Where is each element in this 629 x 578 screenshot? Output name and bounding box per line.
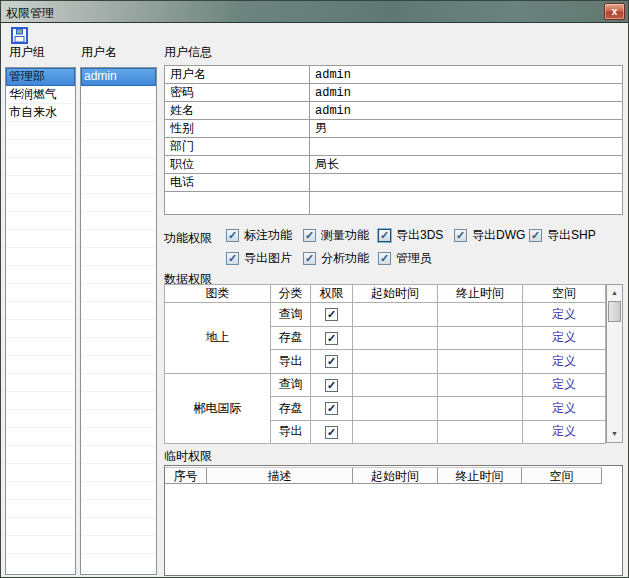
start-time-cell[interactable] — [353, 420, 438, 444]
list-item-group[interactable]: 管理部 — [6, 68, 75, 86]
info-label: 用户名 — [165, 66, 310, 84]
column-header[interactable]: 空间 — [523, 285, 606, 303]
info-value[interactable]: admin — [310, 84, 623, 102]
define-link[interactable]: 定义 — [552, 424, 576, 438]
scroll-down-icon[interactable]: ▼ — [607, 428, 622, 440]
permission-manager-window: 权限管理 x 用户组 用户名 用户信息 管理部 华润燃气 市自来水 admin … — [0, 0, 629, 578]
column-header[interactable]: 描述 — [207, 467, 353, 484]
data-perm-grid: 图类 分类 权限 起始时间 终止时间 空间 地上 查询 ✓ 定义 存盘 ✓ 定义 — [164, 284, 606, 444]
category-cell: 导出 — [271, 350, 311, 374]
category-cell: 存盘 — [271, 397, 311, 421]
checkbox-label: 导出3DS — [396, 227, 443, 244]
user-info-label: 用户信息 — [164, 44, 212, 61]
end-time-cell[interactable] — [438, 373, 523, 397]
checkbox-item[interactable]: ✓ 分析功能 — [303, 250, 378, 267]
column-header[interactable]: 分类 — [271, 285, 311, 303]
titlebar[interactable]: 权限管理 x — [1, 1, 628, 23]
column-header[interactable]: 序号 — [165, 467, 207, 484]
start-time-cell[interactable] — [353, 303, 438, 327]
column-header[interactable]: 起始时间 — [353, 467, 438, 484]
define-link[interactable]: 定义 — [552, 377, 576, 391]
info-value[interactable]: admin — [310, 102, 623, 120]
info-value[interactable] — [310, 138, 623, 156]
table-row: 姓名 admin — [165, 102, 623, 120]
end-time-cell[interactable] — [438, 303, 523, 327]
end-time-cell[interactable] — [438, 420, 523, 444]
checkbox-label: 导出图片 — [244, 250, 292, 267]
permission-checkbox[interactable]: ✓ — [325, 402, 338, 415]
permission-checkbox[interactable]: ✓ — [325, 355, 338, 368]
table-row: 密码 admin — [165, 84, 623, 102]
table-row: 职位 局长 — [165, 156, 623, 174]
end-time-cell[interactable] — [438, 397, 523, 421]
column-header[interactable]: 终止时间 — [438, 285, 523, 303]
vertical-scrollbar[interactable]: ▲ ▼ — [606, 284, 623, 443]
define-link[interactable]: 定义 — [552, 401, 576, 415]
info-label: 职位 — [165, 156, 310, 174]
define-link[interactable]: 定义 — [552, 330, 576, 344]
close-button[interactable]: x — [604, 3, 625, 20]
start-time-cell[interactable] — [353, 350, 438, 374]
table-row: 地上 查询 ✓ 定义 — [165, 303, 606, 327]
checkbox-icon[interactable]: ✓ — [378, 229, 391, 242]
end-time-cell[interactable] — [438, 326, 523, 350]
checkbox-icon[interactable]: ✓ — [226, 229, 239, 242]
checkbox-item[interactable]: ✓ 导出图片 — [226, 250, 303, 267]
permission-checkbox[interactable]: ✓ — [325, 308, 338, 321]
checkbox-icon[interactable]: ✓ — [303, 252, 316, 265]
info-label: 性别 — [165, 120, 310, 138]
checkbox-icon[interactable]: ✓ — [226, 252, 239, 265]
info-label: 部门 — [165, 138, 310, 156]
checkbox-label: 导出SHP — [547, 227, 596, 244]
checkbox-icon[interactable]: ✓ — [303, 229, 316, 242]
start-time-cell[interactable] — [353, 373, 438, 397]
start-time-cell[interactable] — [353, 397, 438, 421]
column-header[interactable]: 空间 — [522, 467, 602, 484]
checkbox-item[interactable]: ✓ 标注功能 — [226, 227, 303, 244]
user-name-label: 用户名 — [81, 44, 117, 61]
define-link[interactable]: 定义 — [552, 307, 576, 321]
checkbox-label: 管理员 — [396, 250, 432, 267]
column-header[interactable]: 权限 — [311, 285, 353, 303]
permission-checkbox[interactable]: ✓ — [325, 332, 338, 345]
list-item-user[interactable]: admin — [81, 68, 156, 86]
checkbox-item[interactable]: ✓ 导出SHP — [529, 227, 596, 244]
column-header[interactable]: 图类 — [165, 285, 271, 303]
checkbox-icon[interactable]: ✓ — [529, 229, 542, 242]
table-row: 部门 — [165, 138, 623, 156]
info-value[interactable]: 局长 — [310, 156, 623, 174]
permission-checkbox[interactable]: ✓ — [325, 379, 338, 392]
info-value[interactable]: admin — [310, 66, 623, 84]
checkbox-item[interactable]: ✓ 管理员 — [378, 250, 432, 267]
group-name-cell: 郴电国际 — [165, 373, 271, 444]
start-time-cell[interactable] — [353, 326, 438, 350]
func-perm-row-1: ✓ 标注功能 ✓ 测量功能 ✓ 导出3DS ✓ 导出DWG ✓ 导出SHP — [226, 227, 596, 244]
func-perm-row-2: ✓ 导出图片 ✓ 分析功能 ✓ 管理员 — [226, 250, 432, 267]
checkbox-icon[interactable]: ✓ — [378, 252, 391, 265]
define-link[interactable]: 定义 — [552, 354, 576, 368]
category-cell: 存盘 — [271, 326, 311, 350]
info-label: 密码 — [165, 84, 310, 102]
info-value[interactable] — [310, 174, 623, 192]
user-name-list: admin — [80, 67, 157, 575]
checkbox-item[interactable]: ✓ 导出DWG — [454, 227, 529, 244]
temp-perm-table: 序号 描述 起始时间 终止时间 空间 — [164, 465, 623, 576]
column-header[interactable]: 终止时间 — [438, 467, 522, 484]
user-info-table: 用户名 admin 密码 admin 姓名 admin 性别 男 部门 职位 局… — [164, 65, 623, 215]
checkbox-icon[interactable]: ✓ — [454, 229, 467, 242]
list-item-group[interactable]: 华润燃气 — [6, 86, 75, 104]
scrollbar-thumb[interactable] — [608, 301, 621, 322]
end-time-cell[interactable] — [438, 350, 523, 374]
scroll-up-icon[interactable]: ▲ — [607, 287, 622, 299]
column-header[interactable]: 起始时间 — [353, 285, 438, 303]
table-row: 性别 男 — [165, 120, 623, 138]
group-name-cell: 地上 — [165, 303, 271, 374]
checkbox-item[interactable]: ✓ 导出3DS — [378, 227, 454, 244]
permission-checkbox[interactable]: ✓ — [325, 426, 338, 439]
checkbox-item[interactable]: ✓ 测量功能 — [303, 227, 378, 244]
checkbox-label: 标注功能 — [244, 227, 292, 244]
table-header-row: 序号 描述 起始时间 终止时间 空间 — [165, 467, 622, 484]
list-item-group[interactable]: 市自来水 — [6, 104, 75, 122]
table-row: 郴电国际 查询 ✓ 定义 — [165, 373, 606, 397]
info-value[interactable]: 男 — [310, 120, 623, 138]
